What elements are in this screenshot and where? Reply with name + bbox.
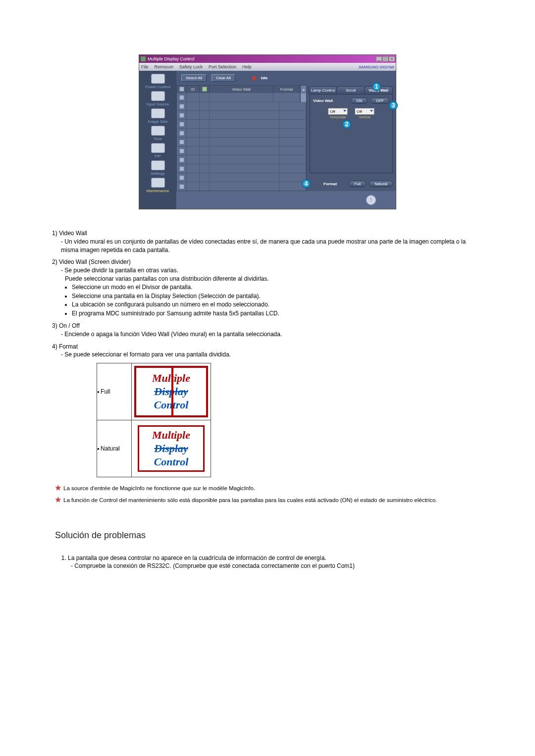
image-size-icon: [151, 108, 165, 118]
sidebar-item-image-size[interactable]: Image Size: [148, 108, 167, 124]
col-checkbox[interactable]: [177, 86, 187, 93]
natural-button[interactable]: Natural: [369, 181, 393, 187]
troubleshoot-heading: Solución de problemas: [55, 529, 483, 542]
col-status[interactable]: [200, 86, 210, 93]
toolbar: Select All Clear All Idle: [176, 71, 396, 85]
table-row[interactable]: [177, 93, 306, 101]
minimize-icon[interactable]: _: [376, 56, 382, 61]
status-bar: !: [176, 191, 396, 209]
time-icon: [151, 126, 165, 136]
format-label: Format: [323, 182, 337, 186]
table-row[interactable]: [177, 110, 306, 119]
full-button[interactable]: Full: [349, 181, 366, 187]
video-wall-label: Video Wall: [313, 99, 333, 103]
status-info-icon: !: [366, 195, 376, 205]
table-row[interactable]: [177, 164, 306, 173]
sidebar-item-power[interactable]: Power Control: [145, 74, 170, 89]
table-row[interactable]: [177, 119, 306, 128]
table-row[interactable]: [177, 146, 306, 155]
badge-1: 1: [372, 82, 381, 91]
menubar: File Remocon Safety Lock Port Selection …: [139, 63, 396, 71]
sidebar-item-input[interactable]: Input Source: [147, 91, 169, 106]
sidebar: Power Control Input Source Image Size Ti…: [139, 71, 176, 209]
col-format[interactable]: Format: [273, 86, 300, 93]
menu-remocon[interactable]: Remocon: [155, 64, 174, 69]
app-icon: [141, 56, 146, 61]
format-full-label: Full: [97, 363, 132, 420]
badge-2: 2: [342, 120, 351, 129]
power-icon: [151, 74, 165, 84]
maintenance-icon: [151, 178, 165, 188]
explanation-text: 1) Video Wall Un vídeo mural es un conju…: [52, 229, 483, 570]
vertical-label: Vertical: [355, 115, 374, 119]
settings-icon: [151, 160, 165, 170]
sidebar-item-maintenance[interactable]: Maintenance: [147, 178, 169, 193]
window-title: Multiple Display Control: [148, 56, 376, 61]
app-window: Multiple Display Control _ □ × File Remo…: [139, 54, 396, 209]
horizontal-label: Horizontal: [328, 115, 348, 119]
badge-4: 4: [302, 179, 311, 188]
scroll-up-icon[interactable]: ▴: [300, 86, 306, 93]
format-natural-image: Multiple Display Control: [132, 420, 211, 477]
clear-all-button[interactable]: Clear All: [212, 74, 235, 82]
right-panel: Lamp Control Scroll Video Wall Video Wal…: [307, 85, 396, 191]
table-row[interactable]: [177, 137, 306, 146]
tab-lamp-control[interactable]: Lamp Control: [309, 86, 337, 94]
format-full-image: Multiple Display Control: [132, 363, 211, 420]
idle-status-icon: [252, 76, 256, 80]
maximize-icon[interactable]: □: [382, 56, 388, 61]
note-2: ★La función de Control del mantenimiento…: [63, 495, 483, 505]
sidebar-item-settings[interactable]: Settings: [151, 160, 165, 176]
table-row[interactable]: [177, 173, 306, 182]
display-grid: ID Video Wall Format ▴: [176, 85, 307, 191]
horizontal-select[interactable]: Off: [328, 108, 348, 115]
select-all-button[interactable]: Select All: [181, 74, 207, 82]
format-table: Full Multiple Display Control Natural Mu…: [97, 363, 211, 477]
col-id[interactable]: ID: [187, 86, 200, 93]
idle-label: Idle: [261, 76, 268, 80]
close-icon[interactable]: ×: [389, 56, 395, 61]
menu-help[interactable]: Help: [242, 64, 252, 69]
input-icon: [151, 91, 165, 101]
menu-file[interactable]: File: [141, 64, 149, 69]
vertical-select[interactable]: Off: [355, 108, 374, 115]
tab-scroll[interactable]: Scroll: [336, 86, 365, 94]
badge-3: 3: [389, 101, 398, 110]
titlebar: Multiple Display Control _ □ ×: [139, 55, 396, 63]
ts-item-1: La pantalla que desea controlar no apare…: [68, 554, 483, 571]
note-1: ★La source d'entrée de MagicInfo ne fonc…: [63, 483, 483, 493]
sidebar-item-time[interactable]: Time: [151, 126, 165, 141]
sidebar-item-pip[interactable]: PIP: [151, 143, 165, 158]
col-video-wall[interactable]: Video Wall: [210, 86, 273, 93]
table-row[interactable]: [177, 101, 306, 110]
format-natural-label: Natural: [97, 420, 132, 477]
table-row[interactable]: [177, 155, 306, 164]
menu-port-selection[interactable]: Port Selection: [209, 64, 236, 69]
brand-label: SAMSUNG DIGITall: [359, 65, 394, 69]
menu-safety-lock[interactable]: Safety Lock: [179, 64, 203, 69]
table-row[interactable]: [177, 182, 306, 191]
table-row[interactable]: [177, 128, 306, 137]
pip-icon: [151, 143, 165, 153]
off-button[interactable]: OFF: [371, 98, 389, 104]
on-button[interactable]: ON: [351, 98, 368, 104]
